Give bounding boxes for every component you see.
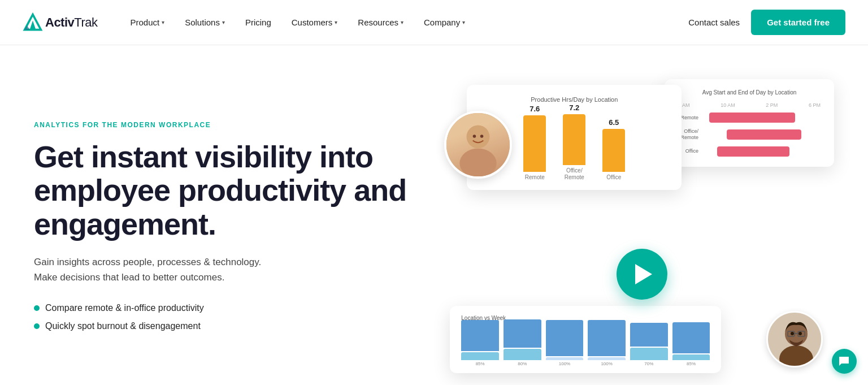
bottom-bar: [588, 320, 626, 356]
bottom-bar-group: 85%: [672, 322, 710, 366]
bottom-bar: [546, 320, 584, 356]
bottom-bar-alt: [461, 352, 499, 360]
svg-marker-1: [30, 20, 36, 29]
play-button[interactable]: [617, 249, 667, 300]
logo-icon: [23, 12, 43, 33]
chart-main-title: Productive Hrs/Day by Location: [480, 96, 668, 103]
hero-eyebrow: ANALYTICS FOR THE MODERN WORKPLACE: [34, 121, 427, 129]
time-axis: 6 AM 10 AM 2 PM 6 PM: [676, 102, 823, 113]
chart-card-main: Productive Hrs/Day by Location 7.6 Remot…: [467, 85, 682, 190]
gantt-rows: Remote Office/Remote Office: [676, 113, 823, 157]
bar-pct: 85%: [476, 361, 485, 366]
svg-point-6: [473, 135, 476, 138]
chevron-down-icon: ▾: [162, 19, 164, 25]
bar-group-remote: 7.6 Remote: [523, 105, 546, 181]
navbar: ActivTrak Product ▾ Solutions ▾ Pricing …: [0, 0, 868, 45]
gantt-row-office-remote: Office/Remote: [676, 128, 823, 141]
svg-point-4: [460, 149, 497, 178]
chevron-down-icon: ▾: [401, 19, 403, 25]
bottom-bar-alt: [630, 348, 668, 360]
bar-label: Remote: [525, 174, 545, 181]
nav-item-resources[interactable]: Resources ▾: [348, 0, 414, 45]
bottom-bar-small: [546, 357, 584, 360]
bar-value: 6.5: [609, 118, 619, 127]
bottom-bar: [630, 323, 668, 347]
chevron-down-icon: ▾: [335, 19, 337, 25]
hero-section: ANALYTICS FOR THE MODERN WORKPLACE Get i…: [0, 45, 868, 385]
bottom-bar-small: [588, 357, 626, 360]
get-started-button[interactable]: Get started free: [751, 10, 845, 35]
chart-card-side: Avg Start and End of Day by Location 6 A…: [665, 79, 834, 167]
hero-subtext: Gain insights across people, processes &…: [34, 254, 427, 285]
nav-right: Contact sales Get started free: [688, 10, 845, 35]
bar-value: 7.6: [530, 105, 540, 113]
bar-value: 7.2: [569, 103, 579, 112]
bar-office-remote: [563, 114, 585, 165]
nav-item-customers[interactable]: Customers ▾: [281, 0, 348, 45]
bar-label: Office/Remote: [565, 167, 584, 181]
logo[interactable]: ActivTrak: [23, 12, 97, 33]
bullet-item-2: Quickly spot burnout & disengagement: [34, 321, 427, 331]
bottom-bar: [461, 320, 499, 351]
chart-side-title: Avg Start and End of Day by Location: [676, 89, 823, 96]
nav-item-solutions[interactable]: Solutions ▾: [175, 0, 235, 45]
gantt-row-office: Office: [676, 146, 823, 157]
chat-bubble[interactable]: [832, 349, 857, 374]
nav-item-product[interactable]: Product ▾: [120, 0, 175, 45]
bottom-bar-group: 85%: [461, 320, 499, 366]
logo-text: ActivTrak: [45, 15, 97, 30]
contact-sales-link[interactable]: Contact sales: [688, 18, 740, 27]
nav-item-pricing[interactable]: Pricing: [235, 0, 281, 45]
bar-label: Office: [606, 174, 621, 181]
svg-point-7: [480, 135, 484, 138]
gantt-bar-office-remote: [727, 129, 801, 140]
bullet-dot: [34, 323, 40, 329]
chat-icon: [837, 354, 851, 368]
hero-bullets: Compare remote & in-office productivity …: [34, 303, 427, 331]
bullet-item-1: Compare remote & in-office productivity: [34, 303, 427, 313]
bar-office: [602, 129, 625, 172]
chevron-down-icon: ▾: [222, 19, 225, 25]
bar-remote: [523, 115, 546, 172]
gantt-bar-container: [703, 146, 823, 157]
hero-right: Productive Hrs/Day by Location 7.6 Remot…: [450, 79, 834, 373]
hero-headline: Get instant visibility into employee pro…: [34, 140, 427, 241]
avatar-face: [446, 113, 510, 176]
dashboard-wrapper: Productive Hrs/Day by Location 7.6 Remot…: [450, 79, 834, 373]
avatar-person-2: [766, 311, 823, 367]
svg-point-5: [467, 125, 490, 148]
svg-point-9: [779, 345, 813, 367]
svg-point-10: [791, 332, 794, 335]
play-icon: [635, 264, 652, 284]
bottom-bar-group: 100%: [546, 320, 584, 366]
nav-links: Product ▾ Solutions ▾ Pricing Customers …: [120, 0, 688, 45]
svg-point-11: [798, 332, 802, 335]
bar-group-office: 6.5 Office: [602, 118, 625, 181]
bar-pct: 85%: [687, 361, 696, 366]
bottom-bar-group: 100%: [588, 320, 626, 366]
bullet-dot: [34, 305, 40, 311]
chevron-down-icon: ▾: [462, 19, 465, 25]
bar-group-office-remote: 7.2 Office/Remote: [563, 103, 585, 181]
avatar-person-1: [444, 111, 512, 179]
bottom-bar-group: 80%: [504, 319, 541, 366]
bar-pct: 100%: [559, 361, 570, 366]
bottom-bar-group: 70%: [630, 323, 668, 366]
bottom-bar-alt: [504, 349, 541, 360]
chart-card-bottom: Location vs Week 85% 80%: [450, 306, 721, 373]
bottom-bar: [672, 322, 710, 353]
bottom-bar-alt: [672, 354, 710, 360]
hero-left: ANALYTICS FOR THE MODERN WORKPLACE Get i…: [34, 121, 450, 332]
bottom-bar: [504, 319, 541, 348]
gantt-row-remote: Remote: [676, 113, 823, 123]
bar-pct: 100%: [601, 361, 612, 366]
bottom-bars: 85% 80% 100% 100%: [461, 327, 710, 366]
nav-item-company[interactable]: Company ▾: [414, 0, 475, 45]
gantt-bar-container: [703, 129, 823, 140]
bar-pct: 80%: [518, 361, 527, 366]
gantt-bar-container: [703, 113, 823, 123]
gantt-bar-office: [717, 146, 789, 157]
bar-pct: 70%: [644, 361, 653, 366]
gantt-bar-remote: [709, 113, 796, 123]
